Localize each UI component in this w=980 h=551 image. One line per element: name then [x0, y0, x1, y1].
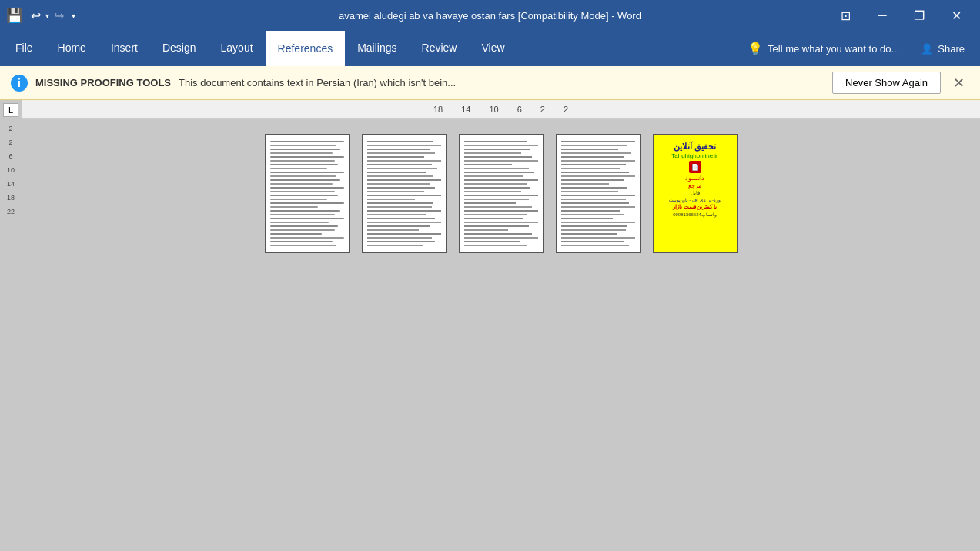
document-area: L 2 2 6 10 14 18 22 18 14 10 6 2 2: [0, 100, 980, 551]
page-4-content: [557, 135, 640, 253]
ad-icon-row: 📄: [657, 161, 734, 173]
vruler-num: 2: [8, 122, 12, 135]
tab-references[interactable]: References: [266, 31, 346, 66]
ad-price: با کمترین قیمت بازار: [657, 204, 734, 210]
ruler-2: 2: [540, 105, 545, 114]
notification-bar: i MISSING PROOFING TOOLS This document c…: [0, 66, 980, 100]
close-button[interactable]: ✕: [938, 0, 974, 31]
vruler-num: 10: [7, 163, 15, 177]
page-thumbnail-3[interactable]: [459, 134, 544, 253]
document-title: avamel aludegi ab va havaye ostan fars […: [339, 10, 641, 22]
page-2-content: [363, 135, 446, 253]
ad-download: دانلـــود: [657, 175, 734, 182]
ruler-14: 14: [461, 105, 470, 114]
ad-title: تحقیق آنلاین: [657, 141, 734, 152]
lightbulb-icon: 💡: [748, 42, 763, 56]
tab-stop-button[interactable]: L: [3, 103, 18, 117]
page-thumbnail-2[interactable]: [362, 134, 447, 253]
tab-layout[interactable]: Layout: [209, 31, 266, 66]
undo-button[interactable]: ↩: [28, 5, 44, 26]
ruler-10: 10: [489, 105, 498, 114]
page-thumbnail-4[interactable]: [556, 134, 641, 253]
notification-close-button[interactable]: ✕: [948, 75, 969, 92]
vruler-num: 22: [7, 205, 15, 219]
vruler-num: 18: [7, 191, 15, 205]
tell-me-label: Tell me what you want to do...: [768, 43, 899, 55]
customize-qat-arrow[interactable]: ▾: [72, 12, 75, 20]
undo-dropdown-arrow[interactable]: ▾: [45, 12, 49, 20]
vruler-num: 2: [8, 135, 12, 149]
main-content: تحقیق آنلاین Tahghighonline.ir 📄 دانلـــ…: [22, 119, 980, 551]
ruler-6: 6: [517, 105, 522, 114]
undo-area: ↩ ▾ ↪: [28, 5, 67, 26]
page-3-content: [460, 135, 543, 253]
page-thumbnail-1[interactable]: [265, 134, 350, 253]
tab-home[interactable]: Home: [45, 31, 99, 66]
maximize-button[interactable]: ❐: [901, 0, 937, 31]
tab-review[interactable]: Review: [410, 31, 470, 66]
page-thumbnail-5[interactable]: تحقیق آنلاین Tahghighonline.ir 📄 دانلـــ…: [653, 134, 738, 253]
ad-content: تحقیق آنلاین Tahghighonline.ir 📄 دانلـــ…: [654, 135, 737, 252]
title-bar-left: 💾 ↩ ▾ ↪ ▾: [6, 5, 75, 26]
redo-button[interactable]: ↪: [51, 5, 67, 26]
minimize-button[interactable]: ─: [865, 0, 900, 31]
restore-down-button[interactable]: ⊡: [828, 0, 863, 31]
ad-file: فایل: [657, 190, 734, 196]
tab-insert[interactable]: Insert: [99, 31, 150, 66]
tab-mailings[interactable]: Mailings: [345, 31, 409, 66]
notification-info-icon: i: [11, 75, 28, 92]
page-1-content: [266, 135, 349, 253]
save-icon[interactable]: 💾: [6, 7, 23, 24]
pages-container: تحقیق آنلاین Tahghighonline.ir 📄 دانلـــ…: [265, 134, 738, 253]
never-show-again-button[interactable]: Never Show Again: [832, 72, 941, 94]
share-label: Share: [938, 43, 965, 55]
ad-formats: ورد-پی دی اف - پاورپوینت: [657, 197, 734, 202]
vruler-num: 14: [7, 177, 15, 191]
ad-phone: 09981366624واتساپ: [657, 212, 734, 217]
ruler-18: 18: [433, 105, 443, 114]
tab-file[interactable]: File: [3, 31, 45, 66]
share-person-icon: 👤: [921, 43, 933, 55]
share-button[interactable]: 👤 Share: [908, 31, 977, 66]
ad-ref: مرجع: [657, 182, 734, 189]
ad-site: Tahghighonline.ir: [657, 152, 734, 159]
content-area: 18 14 10 6 2 2: [22, 100, 980, 551]
title-bar: 💾 ↩ ▾ ↪ ▾ avamel aludegi ab va havaye os…: [0, 0, 980, 31]
tab-view[interactable]: View: [469, 31, 517, 66]
vruler-num: 6: [8, 149, 12, 163]
tab-design[interactable]: Design: [150, 31, 209, 66]
horizontal-ruler: 18 14 10 6 2 2: [22, 100, 980, 119]
vertical-ruler: 2 2 6 10 14 18 22: [0, 122, 22, 219]
ribbon: File Home Insert Design Layout Reference…: [0, 31, 980, 66]
notification-text: This document contains text in Persian (…: [179, 77, 456, 88]
tell-me-search[interactable]: 💡 Tell me what you want to do...: [738, 31, 908, 66]
window-controls: ⊡ ─ ❐ ✕: [828, 0, 974, 31]
ruler-2b: 2: [564, 105, 568, 114]
notification-title: MISSING PROOFING TOOLS: [35, 77, 171, 88]
left-sidebar: L 2 2 6 10 14 18 22: [0, 100, 22, 551]
